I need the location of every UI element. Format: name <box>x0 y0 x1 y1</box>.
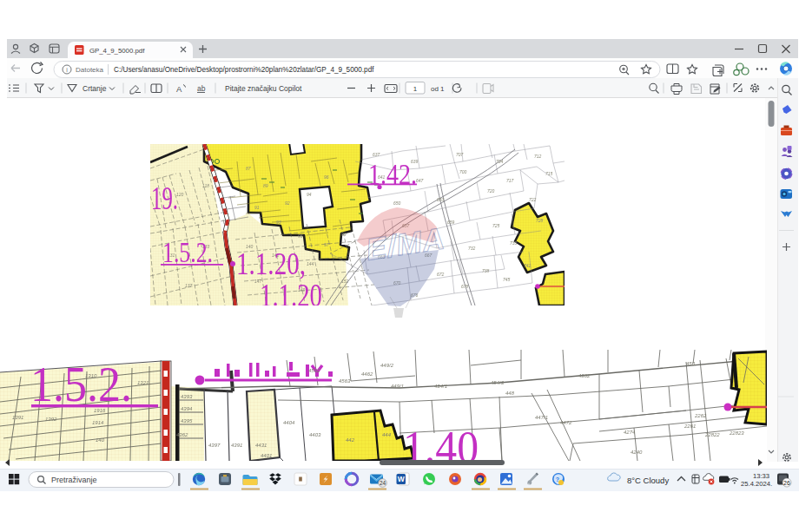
svg-text:712: 712 <box>534 154 542 159</box>
svg-text:4562: 4562 <box>308 368 320 373</box>
svg-text:4362: 4362 <box>176 432 188 437</box>
svg-text:449/1: 449/1 <box>391 384 404 389</box>
svg-text:4240: 4240 <box>631 450 643 455</box>
svg-text:4403: 4403 <box>309 432 321 437</box>
svg-text:C:/Users/anasu/OneDrive/Deskto: C:/Users/anasu/OneDrive/Desktop/prostror… <box>114 66 374 74</box>
svg-text:1321: 1321 <box>137 380 149 385</box>
svg-text:449/2: 449/2 <box>380 363 394 368</box>
svg-text:1392: 1392 <box>45 417 57 422</box>
svg-text:444: 444 <box>382 432 392 437</box>
svg-text:8°C Cloudy: 8°C Cloudy <box>627 476 669 485</box>
svg-text:4401: 4401 <box>261 453 272 458</box>
svg-text:2261: 2261 <box>683 424 696 429</box>
svg-text:704: 704 <box>496 159 504 164</box>
svg-text:725: 725 <box>492 223 500 228</box>
svg-text:1.40: 1.40 <box>403 423 479 461</box>
svg-text:4391: 4391 <box>231 443 242 448</box>
svg-text:637: 637 <box>373 152 380 157</box>
svg-text:728: 728 <box>536 218 544 223</box>
svg-text:4404: 4404 <box>283 420 295 425</box>
svg-text:4395: 4395 <box>181 418 193 424</box>
svg-text:722: 722 <box>529 197 537 202</box>
svg-text:140: 140 <box>96 437 105 443</box>
svg-text:99: 99 <box>341 232 347 237</box>
svg-text:1391: 1391 <box>12 415 23 420</box>
svg-text:741: 741 <box>524 263 532 268</box>
svg-text:97: 97 <box>324 242 329 247</box>
svg-text:1.42.: 1.42. <box>368 158 417 190</box>
svg-text:735: 735 <box>510 240 518 246</box>
svg-text:442: 442 <box>346 437 355 443</box>
svg-text:96: 96 <box>324 174 329 180</box>
svg-text:22823: 22823 <box>729 430 744 436</box>
svg-text:700: 700 <box>459 169 467 174</box>
svg-text:19.: 19. <box>151 181 178 216</box>
svg-text:92: 92 <box>285 200 290 206</box>
svg-text:4362: 4362 <box>578 373 591 378</box>
svg-text:od 1: od 1 <box>431 85 445 93</box>
svg-text:434/1: 434/1 <box>434 384 447 389</box>
svg-text:94: 94 <box>307 192 312 197</box>
svg-text:4397: 4397 <box>208 443 221 448</box>
svg-text:118: 118 <box>202 183 209 188</box>
svg-text:4394: 4394 <box>181 406 193 411</box>
svg-text:738: 738 <box>482 268 490 273</box>
svg-text:26: 26 <box>783 480 790 486</box>
svg-text:450: 450 <box>686 361 696 366</box>
svg-text:1: 1 <box>413 85 418 93</box>
svg-text:4274: 4274 <box>624 430 636 435</box>
svg-text:13:33: 13:33 <box>753 472 769 480</box>
svg-text:4563: 4563 <box>339 378 351 384</box>
svg-text:ab: ab <box>197 84 206 93</box>
svg-text:89: 89 <box>263 183 268 188</box>
svg-text:454/3: 454/3 <box>491 380 505 385</box>
svg-text:GP_4_9_5000.pdf: GP_4_9_5000.pdf <box>89 47 145 55</box>
svg-text:4472: 4472 <box>560 420 572 425</box>
svg-text:717: 717 <box>506 178 514 183</box>
svg-text:745: 745 <box>503 277 511 282</box>
svg-text:87: 87 <box>246 166 251 171</box>
svg-text:1310: 1310 <box>85 373 97 378</box>
svg-text:447/1: 447/1 <box>535 415 548 420</box>
svg-text:95: 95 <box>298 233 303 239</box>
svg-text:Datoteka: Datoteka <box>76 66 104 74</box>
svg-text:4393: 4393 <box>181 394 193 399</box>
svg-text:144: 144 <box>307 261 314 266</box>
svg-text:4431: 4431 <box>255 443 267 448</box>
svg-text:1.1.20: 1.1.20 <box>260 277 322 306</box>
svg-text:Crtanje: Crtanje <box>83 84 107 93</box>
svg-text:448: 448 <box>505 391 515 396</box>
svg-text:4462: 4462 <box>361 371 373 377</box>
svg-text:1.5.2.: 1.5.2. <box>162 236 213 268</box>
svg-text:720: 720 <box>487 188 495 194</box>
svg-text:1916: 1916 <box>94 408 106 413</box>
svg-text:Pitajte značajku Copilot: Pitajte značajku Copilot <box>225 84 302 93</box>
svg-text:2262: 2262 <box>694 413 707 418</box>
svg-text:Pretraživanje: Pretraživanje <box>51 476 97 484</box>
svg-text:1914: 1914 <box>92 420 104 425</box>
svg-text:22822: 22822 <box>704 432 720 437</box>
svg-text:A: A <box>176 84 182 94</box>
svg-text:647: 647 <box>416 178 424 183</box>
svg-text:715: 715 <box>545 171 553 176</box>
svg-text:1.5.2.: 1.5.2. <box>30 358 132 411</box>
svg-text:137: 137 <box>185 283 193 288</box>
svg-text:93: 93 <box>276 220 281 225</box>
svg-text:24: 24 <box>380 480 386 486</box>
svg-text:707: 707 <box>456 152 464 157</box>
svg-text:25.4.2024.: 25.4.2024. <box>741 480 772 488</box>
svg-text:91: 91 <box>254 205 260 210</box>
svg-text:W: W <box>398 475 406 483</box>
svg-text:?: ? <box>556 476 559 483</box>
